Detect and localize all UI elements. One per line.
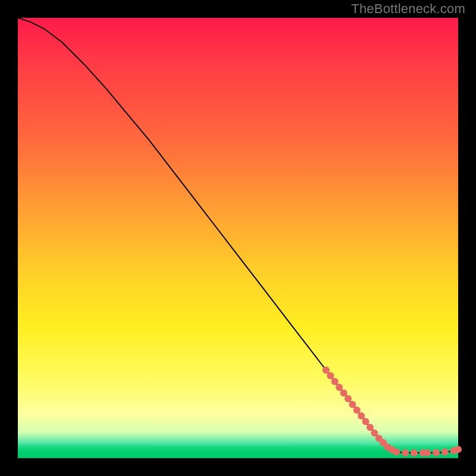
- highlight-dot: [424, 449, 431, 456]
- highlight-dot: [402, 449, 409, 456]
- highlight-dot: [340, 390, 347, 397]
- chart-svg: [18, 18, 458, 458]
- highlight-dot: [358, 412, 365, 419]
- highlight-dot: [393, 449, 400, 456]
- chart-frame: TheBottleneck.com: [0, 0, 476, 476]
- highlight-dot: [367, 424, 374, 431]
- highlight-dot: [455, 446, 462, 453]
- highlight-dot: [441, 449, 449, 456]
- highlight-dot: [345, 395, 352, 402]
- highlight-dot: [353, 406, 361, 414]
- highlight-dot: [322, 367, 330, 374]
- bottleneck-curve: [18, 18, 458, 453]
- watermark-text: TheBottleneck.com: [351, 1, 465, 17]
- highlight-dot: [336, 384, 343, 391]
- highlight-dots-group: [322, 367, 462, 456]
- highlight-dot: [411, 449, 418, 456]
- highlight-dot: [349, 401, 356, 408]
- highlight-dot: [362, 418, 369, 425]
- plot-gradient-area: [18, 18, 458, 458]
- highlight-dot: [327, 372, 334, 380]
- highlight-dot: [433, 449, 440, 456]
- highlight-dot: [331, 378, 339, 385]
